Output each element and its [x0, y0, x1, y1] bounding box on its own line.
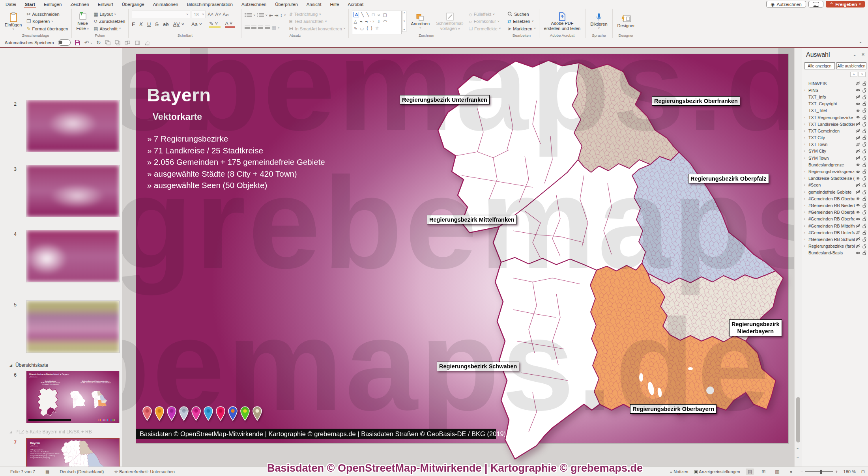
menu-item-hilfe[interactable]: Hilfe: [330, 2, 339, 7]
layer-name[interactable]: TXT Gemeinden: [808, 129, 855, 133]
shape-gallery-scroll[interactable]: ˄˅▾: [402, 11, 406, 32]
map-label[interactable]: Regierungsbezirk Schwaben: [437, 362, 519, 371]
layer-row[interactable]: ›#Gemeinden RB Oberbayern: [802, 195, 868, 202]
unlock-icon[interactable]: [861, 237, 868, 242]
expand-chevron-icon[interactable]: ›: [804, 129, 808, 133]
slideshow-button[interactable]: ⌅: [787, 469, 795, 475]
layer-row[interactable]: ›TXT Regierungsbezirke: [802, 114, 868, 121]
expand-chevron-icon[interactable]: ›: [804, 88, 808, 92]
designer-button[interactable]: Designer: [616, 11, 636, 32]
section-title[interactable]: Übersichtskarte: [15, 362, 48, 368]
unlock-icon[interactable]: [861, 88, 868, 93]
numbered-list-icon[interactable]: [259, 13, 264, 17]
shape-outline-button[interactable]: ▱Formkontur ˅: [469, 19, 501, 24]
thumbnail-section-header[interactable]: ◢Übersichtskarte: [9, 362, 48, 368]
unlock-icon[interactable]: [861, 190, 868, 194]
bavaria-outline[interactable]: [70, 391, 86, 409]
layer-row[interactable]: ›TXT City: [802, 134, 868, 141]
normal-view-button[interactable]: ▤: [746, 469, 754, 475]
new-slide-button[interactable]: NeueFolie ˅: [75, 11, 91, 32]
font-size-select[interactable]: 18˅: [192, 11, 206, 18]
visibility-eye-icon[interactable]: [855, 170, 861, 174]
expand-chevron-icon[interactable]: ›: [804, 224, 808, 228]
expand-chevron-icon[interactable]: ›: [804, 176, 808, 180]
eraser-icon[interactable]: [144, 40, 150, 45]
map-pins-row[interactable]: [142, 406, 262, 422]
move-down-button[interactable]: ˅: [859, 72, 866, 77]
unlock-icon[interactable]: [861, 210, 868, 215]
map-pin-icon[interactable]: [204, 406, 213, 422]
layer-row[interactable]: TXT_Info: [802, 93, 868, 100]
layer-name[interactable]: TXT_Copyright: [808, 101, 855, 106]
thumbnail-section-header[interactable]: ◢PLZ-5-Karte Bayern mit LK/SK + RB: [9, 429, 92, 435]
map-pin-icon[interactable]: [191, 406, 201, 422]
layer-row[interactable]: Bundesland-Basis: [802, 250, 868, 256]
visibility-eye-off-icon[interactable]: [855, 183, 861, 187]
visibility-eye-off-icon[interactable]: [855, 156, 861, 160]
slide-sorter-view-button[interactable]: ⊞: [760, 469, 767, 475]
previous-slide-button[interactable]: ⌃: [796, 447, 799, 452]
arrange-button[interactable]: Anordnen˅: [410, 11, 432, 32]
create-pdf-button[interactable]: Adobe PDFerstellen und teilen: [542, 11, 582, 32]
layer-name[interactable]: SYM City: [808, 149, 855, 153]
visibility-eye-icon[interactable]: [855, 102, 861, 106]
text-direction-button[interactable]: ⇵Textrichtung ˅: [289, 12, 346, 17]
cut-button[interactable]: ✂Ausschneiden: [26, 11, 68, 17]
line-spacing-icon[interactable]: ↕: [280, 13, 282, 18]
unlock-icon[interactable]: [861, 142, 868, 147]
layer-row[interactable]: ›TXT Landkreise-Stadtkreise: [802, 121, 868, 127]
menu-item-zeichnen[interactable]: Zeichnen: [70, 2, 89, 7]
unlock-icon[interactable]: [861, 217, 868, 221]
unlock-icon[interactable]: [861, 115, 868, 120]
visibility-eye-icon[interactable]: [855, 210, 861, 215]
dictate-button[interactable]: Diktieren˅: [589, 11, 609, 32]
visibility-eye-off-icon[interactable]: [855, 244, 861, 248]
strikethrough-button[interactable]: S: [155, 21, 159, 27]
increase-indent-icon[interactable]: ⇥: [275, 13, 279, 18]
menu-item-start[interactable]: Start: [25, 2, 35, 7]
slide-bullet-list[interactable]: » 7 Regierungsbezirke » 71 Landkreise / …: [147, 133, 325, 191]
unlock-icon[interactable]: [861, 122, 868, 127]
text-spacing-button[interactable]: A̲V̲ ˅: [173, 21, 187, 27]
layer-name[interactable]: TXT Landkreise-Stadtkreise: [808, 122, 855, 127]
fit-to-window-icon[interactable]: ⊡: [861, 469, 865, 474]
next-slide-button[interactable]: ⌄: [796, 454, 799, 459]
layer-row[interactable]: ›gemeindefreie Gebiete: [802, 189, 868, 195]
map-label[interactable]: Regierungsbezirk Niederbayern: [729, 319, 782, 336]
comments-button[interactable]: [808, 1, 823, 7]
align-right-icon[interactable]: [258, 26, 263, 30]
layer-row[interactable]: HINWEIS: [802, 80, 868, 87]
region-oberfranken[interactable]: [79, 441, 93, 455]
group-objects-icon[interactable]: [125, 40, 131, 45]
visibility-eye-off-icon[interactable]: [855, 81, 861, 86]
visibility-eye-off-icon[interactable]: [855, 142, 861, 147]
visibility-eye-off-icon[interactable]: [855, 230, 861, 235]
slide-title[interactable]: Bayern: [147, 84, 211, 106]
unlock-icon[interactable]: [861, 244, 868, 248]
font-name-select[interactable]: ˅: [132, 11, 190, 18]
unlock-icon[interactable]: [861, 250, 868, 255]
visibility-eye-off-icon[interactable]: [855, 129, 861, 133]
layer-name[interactable]: #Gemeinden RB Schwaben: [808, 237, 855, 242]
layer-name[interactable]: #Gemeinden RB Mittelfrank…: [808, 224, 855, 228]
visibility-eye-icon[interactable]: [855, 115, 861, 119]
visibility-eye-icon[interactable]: [855, 217, 861, 221]
pane-options-chevron-icon[interactable]: ⌄: [853, 52, 857, 57]
zoom-slider[interactable]: −+: [801, 469, 838, 474]
visibility-eye-off-icon[interactable]: [855, 122, 861, 126]
expand-chevron-icon[interactable]: ›: [804, 142, 808, 146]
select-button[interactable]: ➤Markieren ˅: [507, 26, 536, 32]
decrease-indent-icon[interactable]: ⇤: [269, 13, 273, 18]
collapse-ribbon-chevron[interactable]: ⌄: [859, 39, 862, 44]
menu-item-überprüfen[interactable]: Überprüfen: [275, 2, 298, 7]
align-left-icon[interactable]: [245, 26, 250, 30]
section-collapse-icon[interactable]: ◢: [9, 430, 12, 434]
expand-chevron-icon[interactable]: ›: [804, 149, 808, 153]
section-title[interactable]: PLZ-5-Karte Bayern mit LK/SK + RB: [15, 429, 92, 435]
layer-row[interactable]: ›TXT Town: [802, 141, 868, 148]
align-text-button[interactable]: ⊟Text ausrichten ˅: [289, 19, 346, 24]
char-spacing-button[interactable]: ab: [163, 21, 168, 27]
unlock-icon[interactable]: [861, 95, 868, 99]
grow-font-button[interactable]: A˄: [208, 12, 213, 17]
slide-thumbnail-4[interactable]: [26, 230, 120, 282]
